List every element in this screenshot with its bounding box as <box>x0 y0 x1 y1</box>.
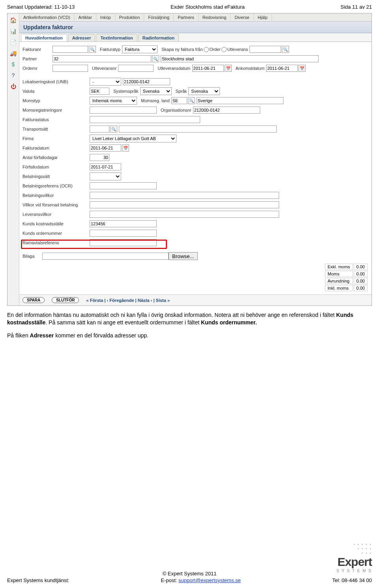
forfallodatum-input[interactable] <box>90 163 121 170</box>
forfallodagar-label: Antal förfallodagar <box>23 155 90 160</box>
inkl-val: 0.00 <box>354 285 368 291</box>
avr-val: 0.00 <box>354 278 368 284</box>
betalvillkor-input[interactable] <box>90 192 279 199</box>
utleveransdatum-input[interactable] <box>192 65 224 72</box>
firma-label: Firma <box>23 136 90 141</box>
fakturatyp-select[interactable]: Faktura <box>122 45 158 53</box>
ocr-label: Betalningsreferens (OCR) <box>23 184 90 188</box>
momstyp-select[interactable]: Inhemsk moms <box>90 97 137 105</box>
transport-input[interactable] <box>90 125 109 133</box>
leveransvillkor-input[interactable] <box>90 211 279 218</box>
menu-inkop[interactable]: Inköp <box>96 13 115 21</box>
fakturastatus-label: Fakturastatus <box>23 117 90 122</box>
tab-textinformation[interactable]: Textinformation <box>96 34 137 41</box>
power-icon[interactable]: ⏻ <box>9 82 18 91</box>
pager-nav[interactable]: « Första | ‹ Föregående | Nästa › | Sist… <box>86 298 170 303</box>
page-title: Uppdatera fakturor <box>19 22 371 33</box>
ordernr-label: Ordernr <box>23 66 53 71</box>
calendar-icon[interactable]: 📅 <box>298 65 306 72</box>
sub-tabs: Huvudinformation Adresser Textinformatio… <box>19 33 371 42</box>
transport-desc[interactable] <box>119 125 277 133</box>
valuta-label: Valuta <box>23 89 90 94</box>
search-icon[interactable]: 🔍 <box>282 46 289 53</box>
skapa-label: Skapa ny faktura från <box>161 47 203 52</box>
menu-forsaljning[interactable]: Försäljning <box>144 13 174 21</box>
menu-artiklar[interactable]: Artiklar <box>75 13 96 21</box>
help-icon[interactable]: ? <box>9 71 18 80</box>
exkl-val: 0.00 <box>354 264 368 270</box>
ordernr-input[interactable] <box>53 65 88 72</box>
footer-copyright: © Expert Systems 2011 <box>7 571 372 577</box>
tab-radinformation[interactable]: Radinformation <box>138 34 179 41</box>
firma-select[interactable]: Livet Leker Lättlagat och Gott AB <box>90 135 176 142</box>
exkl-label: Exkl. moms <box>325 264 353 270</box>
menu-partners[interactable]: Partners <box>174 13 199 21</box>
momstyp-label: Momstyp <box>23 98 90 103</box>
kundordernr-input[interactable] <box>90 230 157 237</box>
menu-vcd[interactable]: Artikelinformation (VCD) <box>19 13 75 21</box>
fakturastatus-input[interactable] <box>90 116 200 123</box>
lok-input[interactable] <box>123 78 170 85</box>
ramavtal-input[interactable] <box>90 239 157 246</box>
home-icon[interactable]: 🏠 <box>9 16 18 24</box>
betalvillkor-label: Betalningsvillkor <box>23 193 90 198</box>
truck-icon[interactable]: 🚚 <box>9 49 18 58</box>
betalningssatt-select[interactable] <box>90 172 121 180</box>
radio-order[interactable] <box>204 47 209 52</box>
support-email-link[interactable]: support@expertsystems.se <box>178 577 241 583</box>
fakturadatum-label: Fakturadatum <box>23 146 90 150</box>
calendar-icon[interactable]: 📅 <box>225 65 232 72</box>
footer-right: Tel: 08-446 34 00 <box>332 577 372 583</box>
sprak-select[interactable]: Svenska <box>188 87 220 95</box>
bilaga-input[interactable] <box>42 253 169 260</box>
doc-icon[interactable]: 📄 <box>9 38 18 47</box>
ramavtal-label: Ramavtalsreferens <box>23 240 90 245</box>
inkl-label: Inkl. moms <box>325 285 353 291</box>
transport-label: Transportsätt <box>23 127 90 131</box>
radio-utleverans[interactable] <box>221 47 227 52</box>
moms-val: 0.00 <box>354 271 368 277</box>
skapa-input[interactable] <box>250 46 281 53</box>
momsregland-input[interactable] <box>171 97 187 104</box>
search-icon[interactable]: 🔍 <box>110 125 117 133</box>
valuta-input[interactable] <box>90 88 109 95</box>
menu-diverse[interactable]: Diverse <box>231 13 253 21</box>
tab-huvudinformation[interactable]: Huvudinformation <box>21 34 67 41</box>
footer-mid: E-post: support@expertsystems.se <box>161 577 241 583</box>
expert-logo: • • • • •• • • •• • • Expert S Y S T E M… <box>336 542 372 573</box>
forsenad-label: Villkor vid försenad betalning <box>23 202 90 207</box>
lok-select[interactable]: - <box>90 78 121 86</box>
menu-redovisning[interactable]: Redovisning <box>199 13 231 21</box>
dollar-icon[interactable]: $ <box>9 60 18 69</box>
menu-hjalp[interactable]: Hjälp <box>254 13 272 21</box>
kostnadsstalle-input[interactable] <box>90 220 157 227</box>
forsenad-input[interactable] <box>90 201 279 208</box>
utleveransnr-input[interactable] <box>118 65 154 72</box>
calendar-icon[interactable]: 📅 <box>122 144 129 152</box>
search-icon[interactable]: 🔍 <box>89 46 96 53</box>
search-icon[interactable]: 🔍 <box>188 97 195 104</box>
slutfor-button[interactable]: SLUTFÖR <box>52 297 79 303</box>
fakturanr-input[interactable] <box>53 46 88 53</box>
forfallodagar-input[interactable] <box>90 154 109 161</box>
fakturadatum-input[interactable] <box>90 144 121 152</box>
ocr-input[interactable] <box>90 182 157 189</box>
spara-button[interactable]: SPARA <box>23 297 45 303</box>
betalningssatt-label: Betalningssätt <box>23 174 90 179</box>
ankomstdatum-label: Ankomstdatum <box>236 66 265 71</box>
kundordernr-label: Kunds ordernummer <box>23 231 90 236</box>
lok-label: Lokaliseringskod (UNB) <box>23 79 90 84</box>
search-icon[interactable]: 🔍 <box>152 55 159 62</box>
app-sidebar: 🏠 📊 📄 🚚 $ ? ⏻ <box>8 13 19 305</box>
momsregnr-input[interactable] <box>90 107 157 114</box>
chart-icon[interactable]: 📊 <box>9 27 18 36</box>
menu-produktion[interactable]: Produktion <box>115 13 144 21</box>
totals-table: Exkl. moms0.00 Moms0.00 Avrundning0.00 I… <box>324 263 368 292</box>
partner-input[interactable] <box>53 55 151 62</box>
orgnr-input[interactable] <box>193 107 260 114</box>
tab-adresser[interactable]: Adresser <box>68 34 96 41</box>
sprak-label: Språk <box>176 89 187 94</box>
ankomstdatum-input[interactable] <box>266 65 298 72</box>
sysspr-select[interactable]: Svenska <box>140 87 172 95</box>
browse-button[interactable]: Browse... <box>169 252 198 260</box>
